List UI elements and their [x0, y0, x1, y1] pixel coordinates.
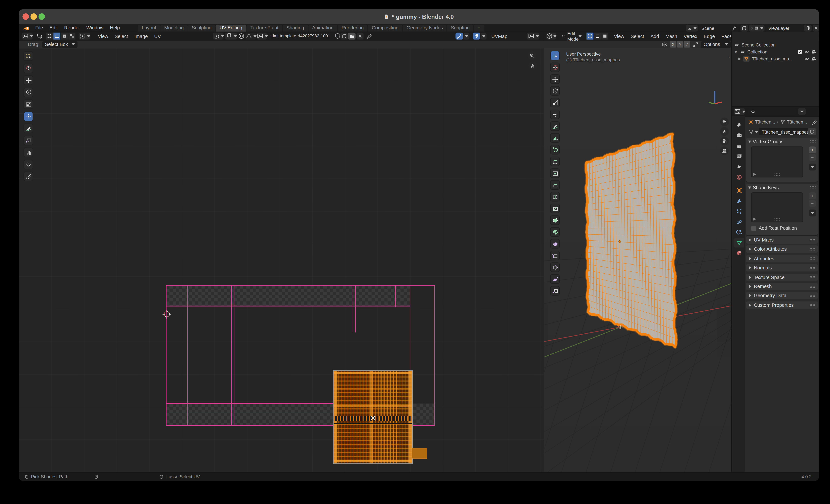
properties-tab-view-layer[interactable]	[734, 152, 744, 161]
shape-keys-panel-header[interactable]: Shape Keys	[746, 184, 818, 191]
properties-tab-data[interactable]	[734, 238, 744, 247]
uv-canvas[interactable]	[19, 48, 544, 472]
select-box-tool-button[interactable]	[551, 51, 559, 60]
annotate-tool-button[interactable]	[551, 122, 559, 130]
panel-color-attributes[interactable]: Color Attributes	[746, 246, 818, 253]
workspace-tab-uv-editing[interactable]: UV Editing	[216, 24, 246, 31]
poly-build-tool-button[interactable]	[551, 216, 559, 225]
uv-image-browse-button[interactable]	[257, 33, 267, 39]
uv-orientation-toggle[interactable]	[473, 33, 480, 39]
workspace-tab-geometry-nodes[interactable]: Geometry Nodes	[403, 24, 447, 31]
mirror-z-button[interactable]: Z	[684, 41, 690, 48]
rotate-tool-button[interactable]	[551, 87, 559, 95]
shear-tool-button[interactable]	[551, 275, 559, 283]
zoom-window-button[interactable]	[38, 13, 45, 20]
mesh-object[interactable]	[544, 48, 732, 472]
workspace-tab-modeling[interactable]: Modeling	[161, 24, 188, 31]
move-tool-button[interactable]	[24, 76, 33, 85]
workspace-tab-layout[interactable]: Layout	[138, 24, 160, 31]
uv-image-name-field[interactable]: idml-template-rf42027982-1001__1.png	[268, 33, 336, 39]
uv-editor-type-button[interactable]	[22, 33, 33, 39]
spin-tool-button[interactable]	[551, 228, 559, 237]
proportional-edit-icon[interactable]	[238, 33, 245, 39]
panel-geometry-data[interactable]: Geometry Data	[746, 292, 818, 300]
properties-tab-world[interactable]	[734, 172, 744, 182]
add-cube-tool-button[interactable]	[551, 146, 559, 154]
shape-key-specials-button[interactable]	[809, 210, 816, 217]
hide-viewport-icon[interactable]	[804, 56, 809, 61]
scene-new-button[interactable]	[740, 25, 748, 32]
shape-key-add-button[interactable]: +	[809, 192, 816, 199]
topbar-menu-help[interactable]: Help	[107, 25, 123, 30]
hide-viewport-icon[interactable]	[804, 49, 809, 55]
relax-tool-button[interactable]	[24, 160, 33, 169]
panel-grip[interactable]	[810, 186, 816, 189]
properties-tab-object[interactable]	[734, 186, 744, 195]
uv-image-new-button[interactable]	[341, 33, 348, 39]
loop-cut-tool-button[interactable]	[551, 192, 559, 201]
uv-pivot-button[interactable]	[213, 33, 223, 39]
viewlayer-name-field[interactable]: ViewLayer	[766, 25, 803, 32]
mirror-x-button[interactable]: X	[670, 41, 676, 48]
uv-overlay-button[interactable]	[526, 33, 539, 39]
list-grip[interactable]	[774, 218, 780, 221]
viewport-menu-add[interactable]: Add	[647, 33, 662, 39]
uv-face-mode-button[interactable]	[61, 33, 68, 39]
panel-texture-space[interactable]: Texture Space	[746, 274, 818, 281]
uv-image-open-button[interactable]	[348, 33, 356, 39]
properties-tab-tool[interactable]	[734, 120, 744, 129]
uv-zoom-button[interactable]	[528, 51, 536, 60]
topbar-menu-window[interactable]: Window	[83, 25, 107, 30]
properties-tab-scene[interactable]	[734, 162, 744, 171]
uv-snap-toggle[interactable]	[455, 33, 463, 39]
move-tool-button[interactable]	[551, 75, 559, 84]
scene-browse-button[interactable]	[686, 25, 698, 32]
transform-tool-button[interactable]	[551, 110, 559, 119]
mesh-browse-button[interactable]	[748, 128, 759, 135]
rotate-tool-button[interactable]	[24, 88, 33, 97]
vertex-select-button[interactable]	[587, 33, 594, 39]
mesh-fake-user-button[interactable]	[808, 128, 817, 135]
mirror-y-button[interactable]: Y	[677, 41, 683, 48]
extrude-region-tool-button[interactable]	[551, 157, 559, 166]
viewport-menu-select[interactable]: Select	[628, 33, 647, 39]
uv-map-field[interactable]: UVMap	[489, 33, 530, 39]
vertex-groups-list[interactable]: ▶	[751, 147, 803, 178]
workspace-tab-texture-paint[interactable]: Texture Paint	[247, 24, 282, 31]
vertex-group-add-button[interactable]: +	[809, 147, 816, 153]
panel-grip[interactable]	[809, 257, 815, 260]
uv-snap-dropdown[interactable]	[464, 33, 469, 39]
viewport-pan-button[interactable]	[720, 127, 729, 136]
transform-tool-button[interactable]	[24, 112, 33, 121]
panel-custom-properties[interactable]: Custom Properties	[746, 301, 818, 309]
annotate-tool-button[interactable]	[24, 124, 33, 133]
workspace-tab-compositing[interactable]: Compositing	[368, 24, 402, 31]
options-dropdown[interactable]: Options	[701, 41, 731, 48]
scale-tool-button[interactable]	[551, 98, 559, 107]
properties-tab-modifiers[interactable]	[734, 196, 744, 206]
uv-image-unlink-button[interactable]	[357, 33, 363, 39]
edge-select-button[interactable]	[594, 33, 601, 39]
close-window-button[interactable]	[23, 13, 29, 20]
uv-sticky-select-button[interactable]	[78, 33, 90, 39]
cursor-tool-button[interactable]	[551, 63, 559, 72]
properties-editor-type-button[interactable]	[734, 108, 745, 115]
outliner-scene-collection-row[interactable]: Scene Collection	[734, 42, 818, 48]
workspace-tab-sculpting[interactable]: Sculpting	[188, 24, 215, 31]
mode-dropdown[interactable]: Edit Mode	[558, 33, 584, 39]
expand-arrow-icon[interactable]: ▼	[734, 50, 738, 54]
grab-tool-button[interactable]	[24, 148, 33, 157]
inset-faces-tool-button[interactable]	[551, 169, 559, 178]
breadcrumb-object[interactable]: Tütchen...	[755, 119, 775, 125]
panel-grip[interactable]	[809, 276, 815, 279]
outliner-collection-row[interactable]: ▼ Collection	[734, 49, 818, 55]
viewlayer-browse-button[interactable]	[753, 25, 765, 32]
shape-key-remove-button[interactable]: −	[809, 200, 816, 207]
breadcrumb-data[interactable]: Tütchen...	[787, 119, 807, 125]
smooth-tool-button[interactable]	[551, 240, 559, 248]
collection-checkbox[interactable]	[797, 49, 802, 55]
viewport-menu-mesh[interactable]: Mesh	[662, 33, 680, 39]
topbar-menu-render[interactable]: Render	[61, 25, 83, 30]
properties-tab-material[interactable]	[734, 249, 744, 258]
disable-render-icon[interactable]	[811, 56, 817, 61]
